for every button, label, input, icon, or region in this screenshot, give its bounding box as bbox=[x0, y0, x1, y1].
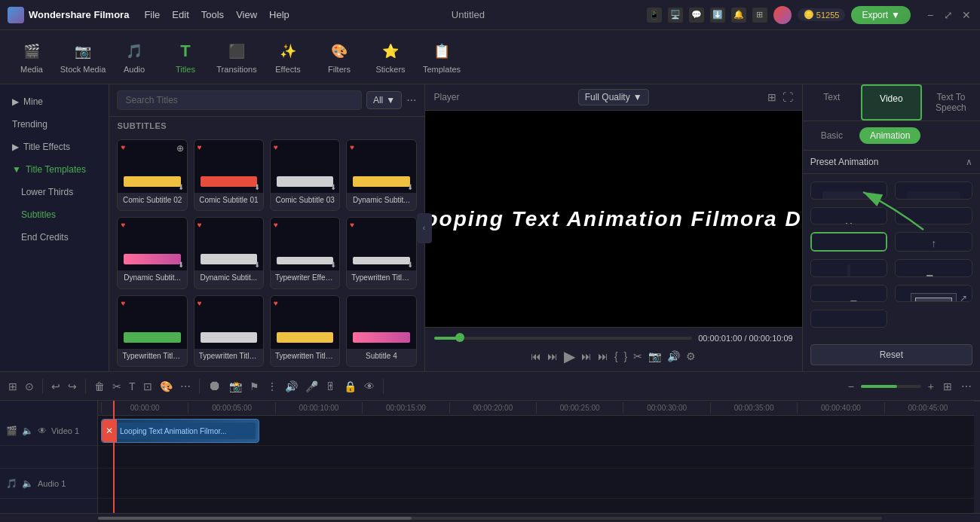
subtab-animation[interactable]: Animation bbox=[859, 127, 920, 144]
icon-2[interactable]: 🖥️ bbox=[668, 8, 683, 23]
menu-edit[interactable]: Edit bbox=[172, 9, 188, 20]
menu-file[interactable]: File bbox=[144, 9, 160, 20]
hide-button[interactable]: 👁 bbox=[362, 378, 377, 395]
lock-button[interactable]: 🔒 bbox=[341, 378, 359, 395]
settings-button[interactable]: ⚙ bbox=[686, 350, 696, 362]
icon-4[interactable]: ⬇️ bbox=[710, 8, 725, 23]
magnet-button[interactable]: ⊙ bbox=[23, 378, 36, 395]
more-button[interactable]: ··· bbox=[406, 93, 416, 107]
tool-transitions[interactable]: ⬛ Transitions bbox=[213, 33, 261, 81]
anim-slide-up[interactable]: ↑ Slide Up bbox=[895, 232, 972, 252]
anim-zoom-in-2[interactable]: ⤡ Zoom In bbox=[810, 310, 888, 328]
export-button[interactable]: Export ▼ bbox=[851, 6, 911, 24]
video-clip[interactable]: ✕ Looping Text Animation Filmor... bbox=[101, 419, 259, 443]
icon-5[interactable]: 🔔 bbox=[731, 8, 746, 23]
tool-effects[interactable]: ✨ Effects bbox=[264, 33, 312, 81]
add-icon[interactable]: ⊕ bbox=[176, 143, 184, 154]
tool-templates[interactable]: 📋 Templates bbox=[418, 33, 466, 81]
split-audio-button[interactable]: ⊞ bbox=[6, 378, 20, 395]
template-dynamic-subtit-01[interactable]: ♥ ⬇ Dynamic Subtit... bbox=[346, 139, 416, 211]
menu-view[interactable]: View bbox=[236, 9, 257, 20]
maximize-button[interactable]: ⤢ bbox=[942, 9, 954, 21]
preset-arrow-icon[interactable]: ∧ bbox=[966, 157, 972, 167]
reset-button[interactable]: Reset bbox=[810, 344, 972, 365]
menu-tools[interactable]: Tools bbox=[201, 9, 224, 20]
anim-fade-in[interactable]: Fade In bbox=[810, 182, 888, 200]
template-comic-subtitle-02[interactable]: ♥ ⊕ ⬇ Comic Subtitle 02 bbox=[117, 139, 187, 211]
video-track-mute-icon[interactable]: 🔈 bbox=[22, 426, 33, 436]
zoom-track[interactable] bbox=[861, 385, 921, 388]
anim-pause[interactable]: → → Pause bbox=[810, 207, 888, 225]
progress-track[interactable] bbox=[434, 337, 693, 340]
template-subtitle-4[interactable]: Subtitle 4 bbox=[346, 295, 416, 367]
sidebar-item-title-templates[interactable]: ▼ Title Templates bbox=[0, 158, 109, 181]
grid-view-icon[interactable]: ⊞ bbox=[767, 91, 776, 103]
record-button[interactable]: ⏺ bbox=[206, 376, 224, 396]
anim-vortex-in[interactable]: ↻ Vortex In bbox=[895, 259, 972, 277]
cut-button[interactable]: ✂ bbox=[110, 378, 124, 395]
mix-button[interactable]: 🎚 bbox=[323, 378, 338, 395]
split-button[interactable]: ⋮ bbox=[265, 378, 280, 395]
video-track-eye-icon[interactable]: 👁 bbox=[38, 426, 47, 436]
sidebar-item-end-credits[interactable]: End Credits bbox=[0, 226, 109, 249]
download-icon[interactable]: ⬇ bbox=[254, 183, 260, 191]
download-icon[interactable]: ⬇ bbox=[407, 261, 413, 269]
download-icon[interactable]: ⬇ bbox=[178, 183, 184, 191]
template-comic-subtitle-03[interactable]: ♥ ⬇ Comic Subtitle 03 bbox=[270, 139, 340, 211]
tab-text-to-speech[interactable]: Text To Speech bbox=[922, 84, 980, 121]
tool-audio[interactable]: 🎵 Audio bbox=[110, 33, 158, 81]
anim-zoom-in[interactable]: ↗ Zoom In bbox=[895, 285, 972, 303]
template-typewritten-title-02[interactable]: ♥ Typewritten Title... bbox=[117, 295, 187, 367]
audio-track-mute-icon[interactable]: 🔈 bbox=[22, 478, 33, 489]
tool-media[interactable]: 🎬 Media bbox=[8, 33, 56, 81]
undo-button[interactable]: ↩ bbox=[49, 378, 63, 395]
snapshot-tl-button[interactable]: 📸 bbox=[227, 378, 244, 395]
grid-tl-button[interactable]: ⊞ bbox=[941, 378, 954, 395]
horizontal-scrollbar[interactable] bbox=[0, 513, 980, 522]
template-comic-subtitle-01[interactable]: ♥ ⬇ Comic Subtitle 01 bbox=[194, 139, 264, 211]
icon-3[interactable]: 💬 bbox=[689, 8, 704, 23]
marker-button[interactable]: ⚑ bbox=[247, 378, 262, 395]
icon-6[interactable]: ⊞ bbox=[752, 8, 767, 23]
close-button[interactable]: ✕ bbox=[960, 9, 972, 21]
anim-slide-down[interactable]: ↓ Slide Down bbox=[810, 259, 888, 277]
skip-forward-button[interactable]: ⏭ bbox=[598, 350, 608, 362]
more-tl-button[interactable]: ⋯ bbox=[959, 378, 974, 395]
more-tools-button[interactable]: ⋯ bbox=[178, 378, 193, 395]
redo-button[interactable]: ↪ bbox=[66, 378, 79, 395]
color-button[interactable]: 🎨 bbox=[158, 378, 175, 395]
tool-titles[interactable]: T Titles bbox=[161, 33, 210, 81]
skip-back-button[interactable]: ⏮ bbox=[531, 350, 541, 362]
tool-stickers[interactable]: ⭐ Stickers bbox=[366, 33, 415, 81]
anim-fade-out[interactable]: Fade Out bbox=[895, 182, 972, 200]
download-icon[interactable]: ⬇ bbox=[330, 183, 336, 191]
zoom-in-button[interactable]: + bbox=[926, 378, 936, 395]
timeline-scrollbar[interactable] bbox=[974, 401, 980, 513]
icon-1[interactable]: 📱 bbox=[647, 8, 662, 23]
download-icon[interactable]: ⬇ bbox=[178, 261, 184, 269]
sidebar-item-subtitles[interactable]: Subtitles bbox=[0, 203, 109, 226]
audio-record-button[interactable]: 🎤 bbox=[303, 378, 320, 395]
template-typewriter-effec[interactable]: ♥ ⬇ Typewriter Effec... bbox=[270, 217, 340, 288]
text-button[interactable]: T bbox=[127, 378, 138, 395]
sidebar-item-title-effects[interactable]: ▶ Title Effects bbox=[0, 136, 109, 158]
tool-stock-media[interactable]: 📷 Stock Media bbox=[59, 33, 107, 81]
anim-slide-right[interactable]: → Slide Right bbox=[895, 207, 972, 225]
snapshot-button[interactable]: 📷 bbox=[648, 350, 661, 362]
clip-button[interactable]: ✂ bbox=[633, 350, 642, 362]
template-typewritten-title-04[interactable]: ♥ Typewritten Title... bbox=[270, 295, 340, 367]
step-back-button[interactable]: ⏭ bbox=[547, 350, 558, 362]
play-button[interactable]: ▶ bbox=[564, 347, 575, 365]
template-dynamic-subtit-03[interactable]: ♥ ⬇ Dynamic Subtit... bbox=[194, 217, 264, 288]
mark-out-button[interactable]: } bbox=[624, 350, 628, 362]
template-dynamic-subtit-02[interactable]: ♥ ⬇ Dynamic Subtit... bbox=[117, 217, 187, 288]
step-forward-button[interactable]: ⏭ bbox=[581, 350, 592, 362]
mark-in-button[interactable]: { bbox=[614, 350, 618, 362]
collapse-panel-button[interactable]: ‹ bbox=[417, 213, 432, 243]
audio-out-button[interactable]: 🔊 bbox=[283, 378, 300, 395]
crop-button[interactable]: ⊡ bbox=[141, 378, 155, 395]
tab-text[interactable]: Text bbox=[803, 84, 861, 121]
minimize-button[interactable]: − bbox=[924, 9, 936, 21]
download-icon[interactable]: ⬇ bbox=[254, 261, 260, 269]
anim-slide-left[interactable]: ← Slide Left bbox=[810, 232, 888, 252]
